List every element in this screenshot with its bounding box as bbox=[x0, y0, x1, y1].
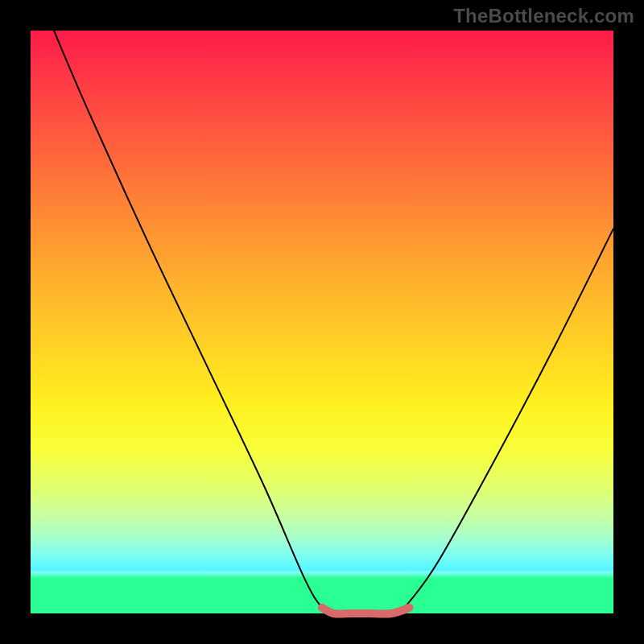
curve-left bbox=[54, 31, 334, 613]
chart-svg bbox=[31, 31, 613, 613]
chart-frame: TheBottleneck.com bbox=[0, 0, 644, 644]
floor-highlight bbox=[322, 608, 410, 614]
plot-area bbox=[31, 31, 613, 613]
watermark-label: TheBottleneck.com bbox=[453, 5, 634, 27]
curve-right bbox=[398, 229, 613, 613]
